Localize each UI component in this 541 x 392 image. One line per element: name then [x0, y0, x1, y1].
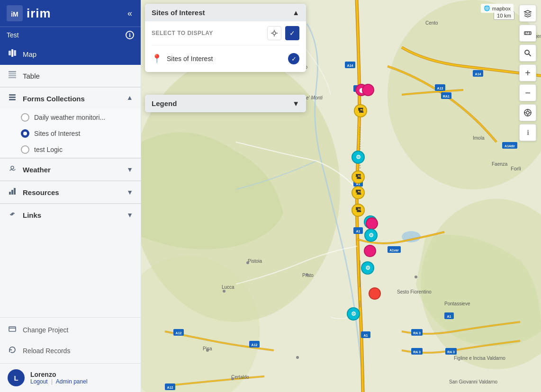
logo-icon: iM — [7, 5, 23, 21]
svg-text:Lucca: Lucca — [222, 285, 234, 290]
svg-text:RA1: RA1 — [443, 95, 450, 98]
location-button[interactable] — [267, 26, 281, 40]
marker-m12[interactable]: ⚙ — [361, 261, 374, 275]
zoom-out-button[interactable]: − — [519, 84, 536, 101]
poi-row: 📍 Sites of Interest ✓ — [152, 50, 299, 67]
links-label: Links — [23, 211, 41, 219]
table-icon — [8, 71, 17, 81]
forms-collections-header[interactable]: Forms Collections ▼ — [0, 87, 141, 109]
weather-header[interactable]: Weather ▼ — [0, 158, 141, 180]
admin-panel-link[interactable]: Admin panel — [56, 378, 88, 385]
info-button[interactable]: ℹ — [519, 124, 536, 141]
forms-collections-chevron: ▼ — [126, 95, 133, 102]
poi-label: Sites of Interest — [167, 55, 283, 62]
resources-chevron: ▼ — [126, 188, 133, 196]
marker-m10[interactable]: ⚙ — [364, 229, 378, 242]
svg-text:RA 3: RA 3 — [413, 350, 421, 354]
locate-button[interactable] — [519, 104, 536, 121]
test-logic-radio[interactable] — [21, 145, 29, 154]
marker-m4[interactable]: ⚙ — [352, 151, 365, 164]
marker-m2[interactable] — [362, 84, 374, 96]
links-header[interactable]: Links ▼ — [0, 204, 141, 226]
weather-chevron: ▼ — [126, 166, 133, 173]
sites-panel-collapse-icon: ▲ — [292, 9, 299, 17]
sites-of-interest-label: Sites of Interest — [34, 130, 80, 137]
nav-section: Map Table — [0, 43, 141, 317]
svg-text:San Giovanni Valdarno: San Giovanni Valdarno — [449, 379, 498, 384]
select-display-confirm-button[interactable]: ✓ — [285, 26, 299, 40]
svg-rect-2 — [9, 51, 11, 55]
mapbox-label: mapbox — [492, 6, 511, 11]
sidebar: iM irim « Test ℹ Map — [0, 0, 141, 392]
sub-item-daily-weather[interactable]: Daily weather monitori... — [0, 109, 141, 125]
mapbox-attribution[interactable]: 🌐 mapbox — [481, 4, 514, 13]
sidebar-item-map[interactable]: Map — [0, 43, 141, 65]
reload-records-icon — [8, 346, 17, 356]
svg-point-78 — [246, 261, 249, 264]
svg-point-81 — [231, 377, 234, 380]
change-project-label: Change Project — [23, 326, 69, 334]
svg-rect-7 — [9, 75, 16, 76]
marker-m9[interactable] — [366, 217, 378, 230]
project-info-button[interactable]: ℹ — [126, 31, 134, 39]
layers-button[interactable] — [519, 5, 536, 22]
daily-weather-radio[interactable] — [21, 113, 29, 122]
sites-of-interest-radio[interactable] — [21, 129, 29, 138]
sites-panel-content: SELECT TO DISPLAY ✓ 📍 Sites of Interest … — [145, 21, 306, 72]
sub-item-sites-of-interest[interactable]: Sites of Interest — [0, 125, 141, 142]
svg-text:A1var: A1var — [389, 249, 399, 252]
sidebar-item-table[interactable]: Table — [0, 65, 141, 87]
svg-point-86 — [273, 32, 276, 35]
marker-m7[interactable]: 🏗 — [352, 204, 365, 217]
search-button[interactable] — [519, 45, 536, 62]
legend-panel-header[interactable]: Legend ▼ — [145, 95, 306, 112]
marker-m3[interactable]: 🏗 — [354, 104, 367, 117]
select-display-label: SELECT TO DISPLAY — [152, 30, 263, 36]
svg-rect-4 — [14, 50, 16, 56]
reload-records-button[interactable]: Reload Records — [0, 340, 141, 361]
separator: | — [51, 378, 53, 385]
zoom-in-button[interactable]: + — [519, 64, 536, 81]
marker-m14[interactable]: ⚙ — [347, 307, 360, 321]
marker-m5[interactable]: 🏗 — [352, 170, 365, 184]
forms-collections-label: Forms Collections — [23, 95, 85, 103]
measure-button[interactable] — [519, 25, 536, 42]
change-project-button[interactable]: Change Project — [0, 320, 141, 340]
map-area[interactable]: A1 A1 A1 A14 A14 A13 RA1 A14dir A1var — [141, 0, 541, 392]
svg-rect-3 — [11, 49, 13, 57]
links-chevron: ▼ — [126, 211, 133, 219]
svg-point-76 — [415, 276, 417, 278]
svg-rect-15 — [14, 188, 16, 195]
svg-text:A12: A12 — [167, 386, 173, 389]
sidebar-collapse-button[interactable]: « — [126, 7, 134, 20]
poi-check-circle[interactable]: ✓ — [288, 53, 299, 64]
logout-link[interactable]: Logout — [30, 378, 48, 385]
svg-text:A14: A14 — [475, 72, 481, 76]
resources-header[interactable]: Resources ▼ — [0, 181, 141, 203]
links-icon — [8, 210, 17, 220]
map-icon — [8, 49, 17, 59]
logo-area: iM irim — [7, 5, 51, 21]
svg-point-95 — [525, 50, 529, 54]
legend-panel: Legend ▼ — [145, 95, 306, 112]
svg-text:A14dir: A14dir — [505, 144, 515, 148]
user-info: Lorenzo Logout | Admin panel — [30, 371, 88, 385]
map-controls: + − ℹ — [519, 5, 536, 141]
sub-item-test-logic[interactable]: test Logic — [0, 142, 141, 158]
svg-text:A12: A12 — [176, 331, 182, 335]
weather-label: Weather — [23, 166, 51, 174]
svg-rect-11 — [9, 99, 16, 100]
svg-point-80 — [206, 349, 209, 352]
svg-rect-5 — [9, 71, 16, 72]
marker-m6[interactable]: 🏗 — [352, 186, 365, 199]
svg-rect-17 — [9, 327, 16, 331]
user-name: Lorenzo — [30, 371, 88, 378]
marker-m13[interactable] — [369, 287, 381, 300]
marker-m11[interactable] — [364, 245, 376, 257]
sidebar-bottom: Change Project Reload Records — [0, 317, 141, 363]
svg-text:Imola: Imola — [473, 135, 485, 141]
svg-line-96 — [529, 54, 531, 56]
sites-panel-header[interactable]: Sites of Interest ▲ — [145, 4, 306, 21]
table-label: Table — [23, 72, 40, 80]
project-bar: Test ℹ — [0, 27, 141, 43]
